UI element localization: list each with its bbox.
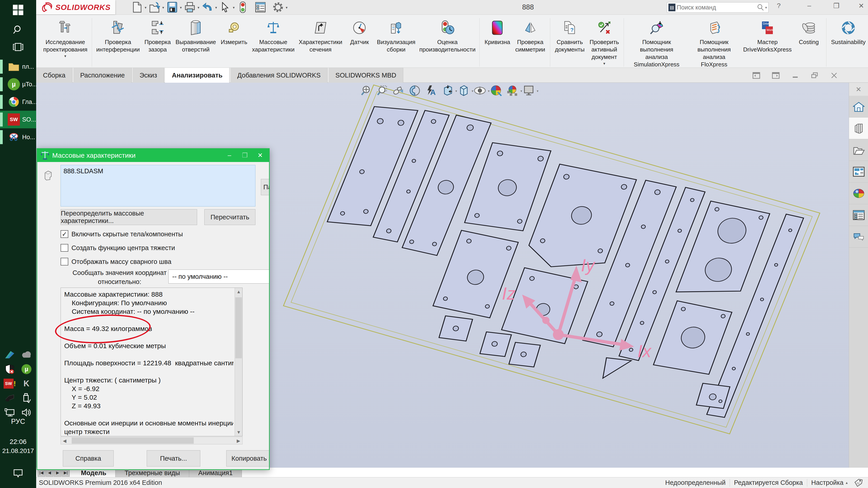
selection-list[interactable]: 888.SLDASM (61, 165, 255, 206)
language-indicator[interactable]: РУС (0, 418, 36, 426)
configuration-dropdown-arrow[interactable]: ▴ (846, 480, 848, 485)
ribbon-button-costing[interactable]: Costing (795, 17, 822, 47)
tab-assembly[interactable]: Сборка (36, 68, 72, 83)
interference-lights-button[interactable] (237, 1, 249, 13)
edit-appearance-icon[interactable] (490, 84, 503, 97)
scroll-right-icon[interactable]: ▶ (235, 437, 242, 445)
save-button[interactable] (166, 1, 178, 13)
display-style-icon[interactable] (457, 84, 470, 97)
utorrent-tray-icon[interactable]: µ (18, 362, 35, 376)
tab-sketch[interactable]: Эскиз (133, 68, 164, 83)
ribbon-button-check-active-document[interactable]: Проверить активный документ (589, 17, 620, 67)
override-mass-properties-button[interactable]: Переопределить массовые характеристики..… (61, 209, 197, 225)
checkbox-include-hidden[interactable]: ✓ Включить скрытые тела/компоненты (61, 230, 183, 238)
mass-properties-dialog[interactable]: Массовые характеристики – ❒ ✕ 888.SLDASM… (37, 148, 270, 470)
search-icon[interactable] (757, 3, 764, 11)
audio-device-tray-icon[interactable] (1, 391, 18, 405)
view-settings-icon[interactable] (522, 84, 535, 97)
task-pane-resources-button[interactable] (849, 118, 868, 139)
vertical-scroll-thumb[interactable] (235, 297, 242, 358)
ribbon-button-assembly-visualization[interactable]: Визуализация сборки (376, 17, 416, 54)
solidworks-tray-icon[interactable]: SW! (1, 377, 18, 390)
action-center-button[interactable] (0, 465, 36, 481)
configuration-status[interactable]: Настройка (811, 479, 844, 486)
checkbox-create-com-feature[interactable]: Создать функцию центра тяжести (61, 244, 175, 252)
task-pane-home-button[interactable] (849, 96, 868, 118)
checkbox-box[interactable] (61, 244, 68, 252)
command-search-box[interactable]: ▤ ▾ (667, 2, 769, 13)
doc-close-icon[interactable] (830, 71, 839, 80)
tab-evaluate[interactable]: Анализировать (165, 68, 229, 83)
print-button[interactable]: Печать... (147, 450, 200, 466)
clock-time[interactable]: 22:06 (0, 438, 36, 446)
taskbar-item-snip[interactable]: Но... (0, 128, 36, 146)
ribbon-button-mass-properties[interactable]: Массовые характеристики (251, 17, 295, 54)
tab-layout[interactable]: Расположение (73, 68, 132, 83)
print-button[interactable] (184, 1, 196, 13)
tab-solidworks-mbd[interactable]: SOLIDWORKS MBD (329, 68, 403, 83)
autodesk-tray-icon[interactable] (1, 348, 18, 361)
defender-tray-icon[interactable] (1, 362, 18, 376)
options-gear-button[interactable] (272, 1, 284, 13)
previous-view-icon[interactable] (392, 84, 405, 97)
ribbon-button-compare-documents[interactable]: ? Сравнить документы (554, 17, 585, 54)
search-dropdown-arrow[interactable]: ▾ (765, 5, 767, 10)
usb-eject-tray-icon[interactable] (18, 391, 35, 405)
dialog-minimize-button[interactable]: – (224, 150, 235, 160)
onedrive-tray-icon[interactable] (18, 348, 35, 361)
ribbon-button-sensor[interactable]: Датчик (346, 17, 373, 47)
zoom-to-area-icon[interactable] (376, 84, 389, 97)
tag-icon[interactable] (854, 478, 863, 487)
recalculate-button[interactable]: Пересчитать (204, 209, 255, 225)
ribbon-button-design-study[interactable]: Исследование проектирования (43, 17, 88, 59)
dialog-title-bar[interactable]: Массовые характеристики – ❒ ✕ (37, 149, 269, 162)
ribbon-button-sustainability[interactable]: Sustainability (830, 17, 866, 47)
checkbox-box[interactable]: ✓ (61, 230, 68, 238)
property-form-button[interactable] (254, 1, 266, 13)
window-restore-button[interactable]: ❐ (830, 2, 843, 10)
search-input[interactable] (677, 3, 757, 12)
collapse-right-pane-icon[interactable] (771, 71, 780, 80)
network-tray-icon[interactable] (1, 406, 18, 419)
help-button[interactable]: ? (772, 2, 785, 9)
kaspersky-tray-icon[interactable]: K (18, 377, 35, 390)
task-pane-design-library-button[interactable] (849, 139, 868, 161)
ribbon-button-clearance-verification[interactable]: Проверка зазора (144, 17, 172, 54)
new-document-button[interactable] (131, 1, 143, 13)
view-orientation-icon[interactable] (441, 84, 454, 97)
task-view-button[interactable] (0, 37, 36, 57)
collapse-left-pane-icon[interactable] (752, 71, 761, 80)
scroll-left-icon[interactable]: ◀ (61, 437, 68, 445)
taskbar-item-folder[interactable]: пл... (0, 58, 36, 75)
volume-tray-icon[interactable] (18, 406, 35, 419)
section-view-icon[interactable] (408, 84, 421, 97)
doc-restore-icon[interactable] (810, 71, 819, 80)
task-pane-file-explorer-button[interactable] (849, 161, 868, 183)
zoom-to-fit-icon[interactable] (360, 84, 373, 97)
doc-minimize-icon[interactable] (791, 71, 800, 80)
taskbar-search-button[interactable] (0, 20, 36, 40)
taskbar-item-solidworks[interactable]: SW SO... (0, 111, 36, 128)
clock-date[interactable]: 21.08.2017 (0, 447, 36, 455)
scroll-down-icon[interactable]: ▼ (235, 428, 243, 436)
dialog-close-button[interactable]: ✕ (254, 150, 266, 160)
ribbon-button-floxpress[interactable]: Помощник выполнения анализа FloXpress (688, 17, 740, 69)
checkbox-show-weld-mass[interactable]: Отображать массу сварного шва (61, 258, 171, 265)
horizontal-scroll-thumb[interactable] (72, 437, 194, 444)
annotation-visibility-icon[interactable]: A (425, 84, 438, 97)
coordinate-system-dropdown[interactable]: -- по умолчанию -- (168, 269, 270, 284)
task-pane-appearances-button[interactable] (849, 183, 868, 204)
select-button[interactable] (219, 1, 231, 13)
tab-solidworks-addins[interactable]: Добавления SOLIDWORKS (230, 68, 328, 83)
ribbon-button-interference-detection[interactable]: Проверка интерференции (96, 17, 141, 54)
taskbar-item-chrome[interactable]: Гла... (0, 93, 36, 111)
ribbon-button-simulationxpress[interactable]: Помощник выполнения анализа SimulationXp… (628, 17, 685, 69)
window-minimize-button[interactable]: – (802, 2, 816, 9)
apply-scene-icon[interactable] (506, 84, 519, 97)
scroll-up-icon[interactable]: ▲ (235, 288, 243, 295)
help-button[interactable]: Справка (63, 450, 114, 466)
task-pane-forum-button[interactable] (849, 226, 868, 248)
start-button[interactable] (0, 0, 36, 20)
ribbon-button-measure[interactable]: Измерить (220, 17, 248, 47)
task-pane-custom-properties-button[interactable] (849, 204, 868, 226)
